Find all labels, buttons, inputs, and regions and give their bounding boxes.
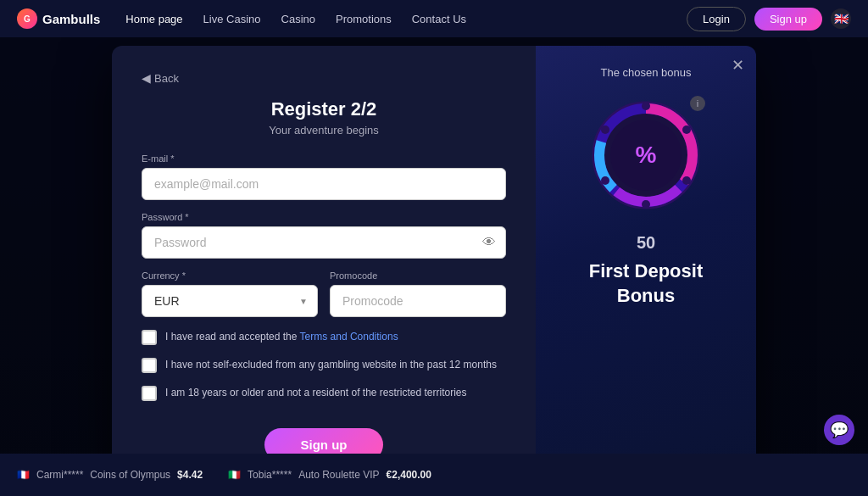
nav-links: Home page Live Casino Casino Promotions … bbox=[125, 13, 687, 25]
register-modal: ◀ Back Register 2/2 Your adventure begin… bbox=[112, 46, 756, 496]
nav-link-contact[interactable]: Contact Us bbox=[412, 13, 466, 25]
bonus-number: 50 bbox=[637, 233, 655, 253]
user-info-1: Carmi***** bbox=[36, 469, 83, 481]
navbar: G Gambulls Home page Live Casino Casino … bbox=[0, 0, 868, 37]
nav-link-livecasino[interactable]: Live Casino bbox=[203, 13, 261, 25]
bonus-panel: ✕ The chosen bonus bbox=[536, 46, 756, 496]
win-amount-2: €2,400.00 bbox=[387, 469, 431, 481]
flag-icon-1: 🇫🇷 bbox=[17, 469, 30, 481]
nav-link-promotions[interactable]: Promotions bbox=[336, 13, 392, 25]
modal-subtitle: Your adventure begins bbox=[142, 124, 506, 137]
email-input[interactable] bbox=[142, 168, 506, 200]
username-1: Carmi***** bbox=[36, 469, 83, 481]
nav-actions: Login Sign up 🇬🇧 bbox=[687, 7, 851, 31]
user-info-2: Tobia***** bbox=[248, 469, 292, 481]
svg-point-7 bbox=[682, 125, 691, 134]
back-label: Back bbox=[154, 72, 179, 85]
game-name-2: Auto Roulette VIP bbox=[298, 469, 379, 481]
bonus-name: First DepositBonus bbox=[589, 259, 703, 308]
toggle-password-icon[interactable]: 👁 bbox=[482, 235, 496, 250]
svg-point-8 bbox=[682, 176, 691, 185]
age-checkbox[interactable] bbox=[142, 386, 157, 401]
email-group: E-mail * bbox=[142, 153, 506, 200]
signup-nav-button[interactable]: Sign up bbox=[754, 8, 822, 31]
bonus-percent-symbol: % bbox=[636, 142, 657, 168]
nav-link-home[interactable]: Home page bbox=[125, 13, 182, 25]
back-arrow-icon: ◀ bbox=[142, 71, 151, 85]
chat-icon: 💬 bbox=[830, 421, 849, 439]
modal-title: Register 2/2 bbox=[142, 98, 506, 120]
currency-group: Currency * EUR USD GBP BTC bbox=[142, 270, 318, 317]
currency-select-wrapper: EUR USD GBP BTC bbox=[142, 285, 318, 317]
terms-checkbox-item: I have read and accepted the Terms and C… bbox=[142, 329, 506, 345]
bottom-item-2: 🇮🇹 Tobia***** Auto Roulette VIP €2,400.0… bbox=[228, 469, 431, 481]
age-label: I am 18 years or older and not a residen… bbox=[165, 385, 467, 400]
flag-icon: 🇬🇧 bbox=[834, 12, 849, 25]
nav-link-casino[interactable]: Casino bbox=[281, 13, 315, 25]
selfexclusion-checkbox[interactable] bbox=[142, 358, 157, 373]
promocode-group: Promocode bbox=[330, 270, 506, 317]
flag-icon-2: 🇮🇹 bbox=[228, 469, 241, 481]
modal-overlay: ◀ Back Register 2/2 Your adventure begin… bbox=[0, 37, 868, 496]
terms-checkbox[interactable] bbox=[142, 330, 157, 345]
logo-icon: G bbox=[17, 8, 37, 29]
email-label: E-mail * bbox=[142, 153, 506, 164]
bottom-item-1: 🇫🇷 Carmi***** Coins of Olympus $4.42 bbox=[17, 469, 203, 481]
password-input[interactable] bbox=[142, 226, 506, 259]
checkboxes: I have read and accepted the Terms and C… bbox=[142, 329, 506, 413]
password-label: Password * bbox=[142, 212, 506, 222]
currency-label: Currency * bbox=[142, 270, 318, 281]
close-button[interactable]: ✕ bbox=[732, 58, 744, 73]
promocode-label: Promocode bbox=[330, 270, 506, 281]
svg-point-10 bbox=[601, 176, 609, 185]
win-amount-1: $4.42 bbox=[177, 469, 203, 481]
logo: G Gambulls bbox=[17, 8, 100, 29]
terms-label: I have read and accepted the Terms and C… bbox=[165, 329, 398, 344]
back-button[interactable]: ◀ Back bbox=[142, 71, 179, 85]
login-button[interactable]: Login bbox=[687, 7, 746, 31]
bottom-bar: 🇫🇷 Carmi***** Coins of Olympus $4.42 🇮🇹 … bbox=[0, 454, 868, 496]
bonus-panel-title: The chosen bonus bbox=[601, 66, 692, 79]
bonus-circle-wrapper: % i bbox=[587, 96, 705, 215]
logo-text: Gambulls bbox=[42, 12, 100, 26]
age-checkbox-item: I am 18 years or older and not a residen… bbox=[142, 385, 506, 401]
selfexclusion-checkbox-item: I have not self-excluded from any gambli… bbox=[142, 357, 506, 373]
modal-form-panel: ◀ Back Register 2/2 Your adventure begin… bbox=[112, 46, 536, 496]
currency-select[interactable]: EUR USD GBP BTC bbox=[142, 285, 318, 317]
password-group: Password * 👁 bbox=[142, 212, 506, 259]
game-name-1: Coins of Olympus bbox=[90, 469, 170, 481]
password-wrapper: 👁 bbox=[142, 226, 506, 259]
selfexclusion-label: I have not self-excluded from any gambli… bbox=[165, 357, 497, 372]
bonus-info-icon[interactable]: i bbox=[690, 96, 705, 111]
currency-promo-row: Currency * EUR USD GBP BTC Promocode bbox=[142, 270, 506, 317]
promocode-input[interactable] bbox=[330, 285, 506, 317]
chat-bubble[interactable]: 💬 bbox=[824, 415, 854, 445]
terms-link[interactable]: Terms and Conditions bbox=[300, 331, 398, 343]
username-2: Tobia***** bbox=[248, 469, 292, 481]
language-selector[interactable]: 🇬🇧 bbox=[831, 8, 851, 29]
bonus-center: % bbox=[636, 142, 657, 169]
svg-point-6 bbox=[642, 102, 650, 110]
svg-point-11 bbox=[601, 125, 609, 134]
svg-point-9 bbox=[642, 200, 650, 209]
